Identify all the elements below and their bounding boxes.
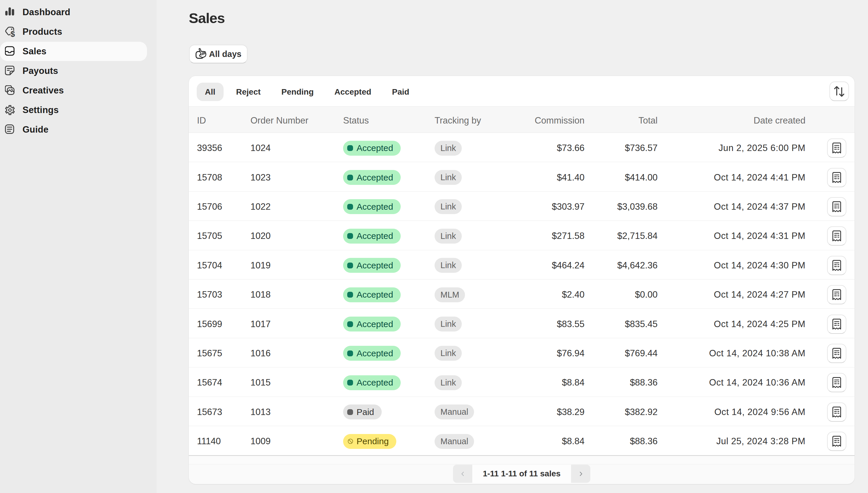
svg-text:$: $ <box>11 30 15 37</box>
